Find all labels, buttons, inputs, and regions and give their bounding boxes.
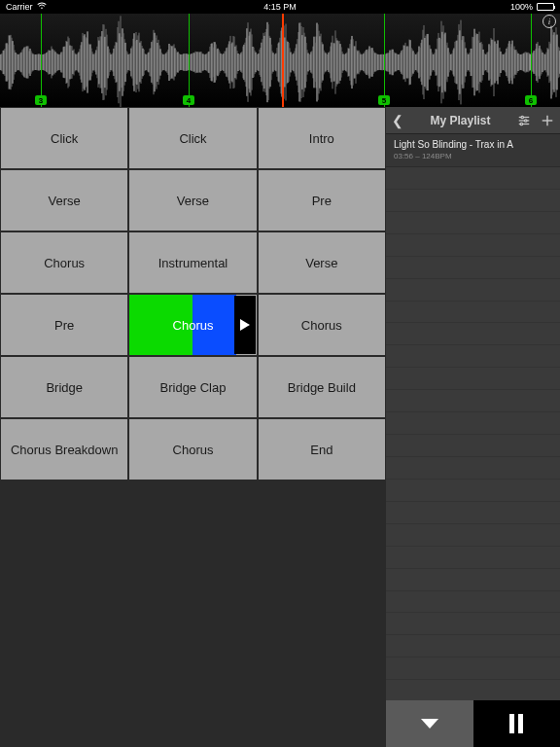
pause-icon [508, 713, 525, 734]
svg-rect-727 [518, 714, 523, 733]
list-item[interactable] [386, 591, 560, 614]
svg-point-720 [521, 116, 523, 118]
marker-badge[interactable]: 6 [525, 95, 537, 105]
marker-line [41, 14, 42, 107]
section-cell[interactable]: Bridge Clap [128, 356, 257, 418]
track-title: Light So Blinding - Trax in A [394, 139, 552, 150]
section-cell[interactable]: Bridge Build [258, 356, 386, 418]
list-item[interactable] [386, 613, 560, 635]
section-cell[interactable]: End [258, 418, 386, 480]
section-cell[interactable]: Pre [258, 169, 386, 231]
section-cell[interactable]: Chorus [0, 231, 128, 294]
list-item[interactable] [386, 435, 560, 457]
list-item[interactable] [386, 167, 560, 190]
list-item[interactable] [386, 502, 560, 524]
section-cell-label: Chorus [129, 318, 256, 333]
list-item[interactable] [386, 279, 560, 302]
bottom-bar [386, 700, 560, 747]
info-button[interactable]: i [542, 15, 556, 28]
list-item[interactable] [386, 190, 560, 212]
list-item[interactable] [386, 368, 560, 390]
list-item[interactable] [386, 480, 560, 502]
section-cell[interactable]: Pre [0, 294, 128, 356]
svg-marker-725 [421, 719, 438, 729]
svg-point-721 [525, 119, 527, 121]
battery-icon [537, 3, 554, 11]
section-cell[interactable]: Click [128, 107, 257, 169]
list-item[interactable] [386, 257, 560, 279]
list-item[interactable] [386, 680, 560, 702]
playlist-rows [386, 167, 560, 747]
waveform-svg [0, 14, 560, 107]
waveform[interactable]: 3456 i [0, 14, 560, 107]
svg-point-722 [520, 123, 522, 124]
section-cell-active[interactable]: Chorus [128, 294, 257, 356]
list-item[interactable] [386, 457, 560, 480]
section-cell[interactable]: Intro [258, 107, 386, 169]
back-icon[interactable]: ❮ [392, 114, 403, 127]
chevron-down-icon [419, 717, 440, 730]
section-cell[interactable]: Click [0, 107, 128, 169]
carrier-label: Carrier [6, 2, 33, 12]
marker-badge[interactable]: 3 [35, 95, 47, 105]
track-meta: 03:56 – 124BPM [394, 152, 552, 160]
pause-button[interactable] [473, 700, 561, 747]
section-cell[interactable]: Chorus Breakdown [0, 418, 128, 480]
collapse-button[interactable] [386, 700, 473, 747]
list-item[interactable] [386, 302, 560, 324]
list-item[interactable] [386, 547, 560, 569]
svg-rect-726 [509, 714, 514, 733]
clock: 4:15 PM [263, 2, 297, 12]
section-cell[interactable]: Chorus [128, 418, 257, 480]
battery-percent: 100% [510, 2, 533, 12]
playhead[interactable] [282, 14, 284, 107]
section-grid: ClickClickIntroVerseVersePreChorusInstru… [0, 107, 386, 747]
section-cell[interactable]: Instrumental [128, 231, 257, 294]
list-item[interactable] [386, 412, 560, 435]
marker-line [531, 14, 532, 107]
list-item[interactable] [386, 345, 560, 368]
marker-line [189, 14, 190, 107]
settings-icon[interactable] [517, 114, 531, 127]
section-cell[interactable]: Verse [258, 231, 386, 294]
list-item[interactable] [386, 212, 560, 234]
list-item[interactable] [386, 234, 560, 257]
section-cell[interactable]: Bridge [0, 356, 128, 418]
list-item[interactable] [386, 390, 560, 412]
section-cell[interactable]: Verse [0, 169, 128, 231]
list-item[interactable] [386, 658, 560, 680]
add-icon[interactable] [541, 114, 554, 127]
playlist-track[interactable]: Light So Blinding - Trax in A 03:56 – 12… [386, 134, 560, 167]
list-item[interactable] [386, 524, 560, 547]
section-cell[interactable]: Chorus [258, 294, 386, 356]
wifi-icon [37, 2, 47, 12]
marker-badge[interactable]: 5 [378, 95, 390, 105]
marker-badge[interactable]: 4 [183, 95, 194, 105]
section-cell[interactable]: Verse [128, 169, 257, 231]
marker-line [384, 14, 385, 107]
playlist-title: My Playlist [430, 114, 490, 127]
status-bar: Carrier 4:15 PM 100% [0, 0, 560, 14]
playlist-header: ❮ My Playlist [386, 107, 560, 134]
list-item[interactable] [386, 323, 560, 345]
list-item[interactable] [386, 569, 560, 591]
playlist-panel: ❮ My Playlist Light So Blinding - Trax i… [386, 107, 560, 747]
list-item[interactable] [386, 635, 560, 658]
